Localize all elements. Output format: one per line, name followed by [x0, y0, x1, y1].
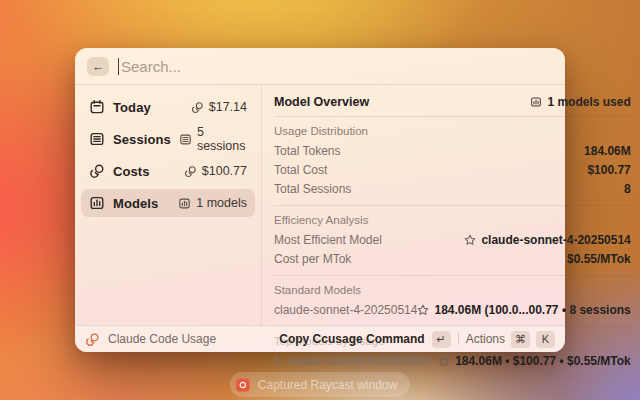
- sidebar: Today $17.14 Sessions 5 sessions: [75, 85, 262, 325]
- raycast-window: ← Search... Today $17.14 Sess: [75, 48, 565, 352]
- coins-icon: [184, 165, 197, 178]
- text-cursor: [118, 58, 119, 75]
- section-usage-distribution: Usage Distribution Total Tokens 184.06M …: [274, 117, 631, 205]
- capture-toast: Captured Raycast window: [230, 372, 410, 397]
- sidebar-item-value: 5 sessions: [179, 125, 247, 153]
- raycast-capture-icon: [236, 378, 250, 392]
- sidebar-item-models[interactable]: Models 1 models: [81, 189, 255, 217]
- detail-title: Model Overview: [274, 95, 369, 109]
- star-icon: [438, 355, 450, 367]
- back-button[interactable]: ←: [87, 57, 109, 76]
- extension-name: Claude Code Usage: [108, 332, 216, 346]
- bar-chart-icon: [89, 195, 105, 211]
- star-icon: [417, 304, 429, 316]
- sidebar-item-label: Sessions: [113, 132, 171, 147]
- calendar-icon: [89, 99, 105, 115]
- sidebar-item-sessions[interactable]: Sessions 5 sessions: [81, 125, 255, 153]
- sidebar-item-value: 1 models: [178, 196, 247, 210]
- copy-ccusage-command-button[interactable]: Copy Ccusage Command ↵: [279, 331, 450, 348]
- section-title: Standard Models: [274, 280, 631, 301]
- footer-divider: [458, 333, 459, 345]
- detail-header: Model Overview 1 models used: [274, 92, 631, 117]
- sidebar-item-costs[interactable]: Costs $100.77: [81, 157, 255, 185]
- meta-row: 1. claude-sonnet-4-20250514 184.06M • $1…: [274, 352, 631, 369]
- meta-row: claude-sonnet-4-20250514 184.06M (100.0.…: [274, 301, 631, 318]
- star-icon: [464, 234, 476, 246]
- bar-chart-icon: [178, 197, 191, 210]
- k-key-badge: K: [536, 331, 555, 348]
- sidebar-item-today[interactable]: Today $17.14: [81, 93, 255, 121]
- command-key-badge: ⌘: [511, 331, 530, 348]
- sidebar-item-label: Models: [113, 196, 158, 211]
- detail-panel: Model Overview 1 models used Usage Distr…: [262, 85, 640, 325]
- sidebar-item-value: $17.14: [191, 100, 247, 114]
- return-key-badge: ↵: [432, 331, 451, 348]
- list-icon: [179, 133, 192, 146]
- meta-row: Total Cost $100.77: [274, 161, 631, 178]
- sidebar-item-label: Today: [113, 100, 151, 115]
- extension-identity: Claude Code Usage: [85, 332, 216, 347]
- bar-chart-icon: [530, 96, 542, 108]
- actions-menu-button[interactable]: Actions ⌘ K: [466, 331, 555, 348]
- search-placeholder: Search...: [121, 58, 181, 75]
- search-input[interactable]: Search...: [118, 48, 553, 84]
- section-efficiency-analysis: Efficiency Analysis Most Efficient Model…: [274, 205, 631, 275]
- section-title: Usage Distribution: [274, 121, 631, 142]
- toast-message: Captured Raycast window: [258, 378, 397, 392]
- section-standard-models: Standard Models claude-sonnet-4-20250514…: [274, 275, 631, 326]
- action-bar: Claude Code Usage Copy Ccusage Command ↵…: [75, 325, 565, 352]
- meta-row: Cost per MTok $0.55/MTok: [274, 250, 631, 267]
- sidebar-item-value: $100.77: [184, 164, 247, 178]
- coins-icon: [85, 332, 100, 347]
- meta-row: Total Tokens 184.06M: [274, 142, 631, 159]
- list-icon: [89, 131, 105, 147]
- search-bar: ← Search...: [75, 48, 565, 85]
- coins-icon: [191, 101, 204, 114]
- models-used-badge: 1 models used: [530, 95, 630, 109]
- meta-row: Total Sessions 8: [274, 180, 631, 197]
- meta-row: Most Efficient Model claude-sonnet-4-202…: [274, 231, 631, 248]
- coins-icon: [89, 163, 105, 179]
- section-title: Efficiency Analysis: [274, 210, 631, 231]
- sidebar-item-label: Costs: [113, 164, 150, 179]
